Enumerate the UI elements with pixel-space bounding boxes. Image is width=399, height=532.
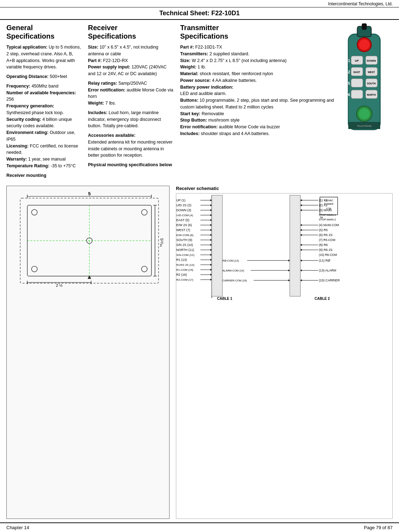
svg-text:WEST (7): WEST (7) bbox=[176, 228, 190, 232]
svg-marker-138 bbox=[288, 259, 290, 262]
company-header: Intercontinental Technologies, Ltd. bbox=[0, 0, 399, 7]
mounting-diagram: 5 5¹⁵⁄₁₆ 2 ½ bbox=[6, 186, 170, 519]
svg-text:(9) R6 2S: (9) R6 2S bbox=[319, 248, 333, 252]
company-name: Intercontinental Technologies, Ltd. bbox=[328, 1, 393, 6]
svg-text:S/N-COM (12): S/N-COM (12) bbox=[176, 253, 194, 257]
svg-text:RØ-COM (12): RØ-COM (12) bbox=[222, 259, 239, 262]
svg-marker-104 bbox=[300, 199, 302, 201]
svg-rect-102 bbox=[290, 195, 300, 296]
mounting-svg: 5 5¹⁵⁄₁₆ 2 ½ bbox=[10, 191, 166, 290]
svg-text:6: 6 bbox=[348, 93, 350, 97]
svg-text:ALARM-COM (14): ALARM-COM (14) bbox=[222, 269, 244, 272]
receiver-includes: Includes: Loud horn, large mainline indi… bbox=[88, 110, 174, 129]
svg-text:SOUTH (9): SOUTH (9) bbox=[176, 238, 192, 242]
svg-marker-126 bbox=[300, 234, 302, 236]
transmitter-heading: Transmitter Specifications bbox=[180, 23, 335, 40]
mounting-svg-wrap: 5 5¹⁵⁄₁₆ 2 ½ bbox=[10, 191, 166, 516]
svg-text:(11) RØ: (11) RØ bbox=[319, 259, 330, 262]
svg-text:120VAC: 120VAC bbox=[324, 199, 333, 202]
svg-marker-146 bbox=[300, 269, 302, 271]
svg-text:(10) R6-COM: (10) R6-COM bbox=[319, 253, 337, 257]
schematic-svg-wrap: UP (1) U/D 2S (2) DOWN (3) U/D-COM (4) bbox=[176, 193, 393, 519]
svg-text:EAST (5): EAST (5) bbox=[176, 218, 189, 222]
receiver-physical: Physical mounting specifications below bbox=[88, 162, 174, 168]
svg-text:(5) R5: (5) R5 bbox=[319, 228, 328, 232]
page: Intercontinental Technologies, Ltd. Tech… bbox=[0, 0, 399, 532]
device-svg: UP DOWN 1 EAST WEST 2 bbox=[338, 23, 391, 144]
svg-text:R2-COM (17): R2-COM (17) bbox=[176, 278, 193, 281]
svg-text:R1-COM (15): R1-COM (15) bbox=[176, 268, 193, 271]
svg-text:R1 (13): R1 (13) bbox=[176, 258, 187, 262]
page-title: Technical Sheet: F22-10D1 bbox=[159, 10, 240, 17]
title-bar: Technical Sheet: F22-10D1 bbox=[0, 7, 399, 20]
svg-text:CABLE 2: CABLE 2 bbox=[315, 297, 330, 301]
footer-right: Page 79 of 87 bbox=[364, 525, 393, 530]
svg-text:R2 (16): R2 (16) bbox=[176, 273, 187, 276]
schematic-title: Receiver schematic bbox=[176, 186, 393, 191]
svg-text:UP: UP bbox=[355, 59, 359, 62]
general-text: Typical application: Up to 5 motions, 2 … bbox=[6, 44, 82, 71]
receiver-heading: Receiver Specifications bbox=[88, 23, 174, 40]
svg-text:5: 5 bbox=[88, 191, 90, 196]
svg-text:TELECRANE: TELECRANE bbox=[357, 125, 372, 127]
svg-text:2 ½: 2 ½ bbox=[56, 283, 62, 287]
svg-marker-120 bbox=[300, 224, 302, 226]
receiver-col: Receiver Specifications Size: 10" x 6.5"… bbox=[88, 23, 180, 181]
svg-text:5¹⁵⁄₁₆: 5¹⁵⁄₁₆ bbox=[160, 238, 164, 247]
transmitter-col: Transmitter Specifications Part #: F22-1… bbox=[180, 23, 393, 181]
svg-text:1: 1 bbox=[348, 58, 350, 63]
svg-point-31 bbox=[142, 209, 147, 215]
svg-text:S/N 2S (10): S/N 2S (10) bbox=[176, 243, 193, 247]
svg-text:(7) R5-COM: (7) R5-COM bbox=[319, 238, 335, 242]
transmitter-image: UP DOWN 1 EAST WEST 2 bbox=[338, 23, 393, 145]
footer: Chapter 14 Page 79 of 87 bbox=[0, 522, 399, 532]
svg-text:CARRIER-COM (16): CARRIER-COM (16) bbox=[222, 279, 247, 282]
svg-text:UP (1): UP (1) bbox=[176, 198, 185, 202]
svg-marker-150 bbox=[288, 279, 290, 281]
svg-point-29 bbox=[32, 209, 37, 215]
svg-text:5: 5 bbox=[348, 81, 350, 85]
svg-text:NORTH: NORTH bbox=[367, 94, 376, 96]
svg-text:R1/R2 2S (14): R1/R2 2S (14) bbox=[176, 263, 194, 267]
svg-text:POWER: POWER bbox=[324, 203, 333, 205]
general-col: General Specifications Typical applicati… bbox=[6, 23, 88, 181]
svg-text:U/D 2S (2): U/D 2S (2) bbox=[176, 203, 192, 207]
receiver-mounting-label: Receiver mounting bbox=[6, 172, 82, 179]
svg-marker-133 bbox=[300, 249, 302, 251]
svg-rect-15 bbox=[351, 79, 363, 87]
svg-rect-101 bbox=[212, 195, 222, 296]
footer-left: Chapter 14 bbox=[6, 525, 29, 530]
svg-marker-140 bbox=[300, 259, 302, 262]
transmitter-inner: Transmitter Specifications Part #: F22-1… bbox=[180, 23, 393, 145]
receiver-accessories: Accessories available: Extended antenna … bbox=[88, 132, 174, 159]
general-heading: General Specifications bbox=[6, 23, 82, 40]
svg-text:(13) ALARM: (13) ALARM bbox=[319, 269, 336, 272]
transmitter-part: Part #: F22-10D1-TX Transmitters: 2 supp… bbox=[180, 44, 335, 137]
svg-text:STOP-MAIN-2: STOP-MAIN-2 bbox=[319, 218, 336, 221]
svg-marker-107 bbox=[300, 204, 302, 206]
svg-text:E/W-COM (8): E/W-COM (8) bbox=[176, 234, 194, 237]
svg-text:2: 2 bbox=[348, 70, 350, 74]
svg-text:CABLE 1: CABLE 1 bbox=[217, 297, 232, 301]
svg-point-32 bbox=[142, 266, 147, 272]
top-section: General Specifications Typical applicati… bbox=[6, 23, 393, 181]
transmitter-text: Transmitter Specifications Part #: F22-1… bbox=[180, 23, 335, 145]
frequency: Frequency: 450Mhz band Number of availab… bbox=[6, 83, 82, 169]
operating-dist: Operating Distance: 500+feet bbox=[6, 73, 82, 80]
svg-text:EAST: EAST bbox=[354, 71, 360, 73]
svg-text:(6) R5 2S: (6) R5 2S bbox=[319, 233, 333, 237]
svg-point-4 bbox=[359, 39, 370, 50]
svg-text:U/D-COM (4): U/D-COM (4) bbox=[176, 214, 193, 217]
svg-marker-123 bbox=[300, 229, 302, 231]
svg-rect-19 bbox=[351, 90, 363, 99]
svg-text:(15) CARRIER: (15) CARRIER bbox=[319, 279, 340, 282]
svg-point-24 bbox=[359, 108, 370, 119]
svg-text:(4) MAIN-COM: (4) MAIN-COM bbox=[319, 223, 339, 227]
svg-rect-2 bbox=[362, 23, 367, 30]
svg-point-30 bbox=[32, 266, 37, 272]
svg-marker-152 bbox=[300, 279, 302, 281]
svg-text:(8) R6: (8) R6 bbox=[319, 243, 328, 247]
schematic-section: Receiver schematic UP (1) U/D 2S (2) bbox=[176, 186, 393, 519]
schematic-svg: UP (1) U/D 2S (2) DOWN (3) U/D-COM (4) bbox=[176, 194, 375, 303]
svg-text:DOWN (3): DOWN (3) bbox=[176, 208, 191, 212]
